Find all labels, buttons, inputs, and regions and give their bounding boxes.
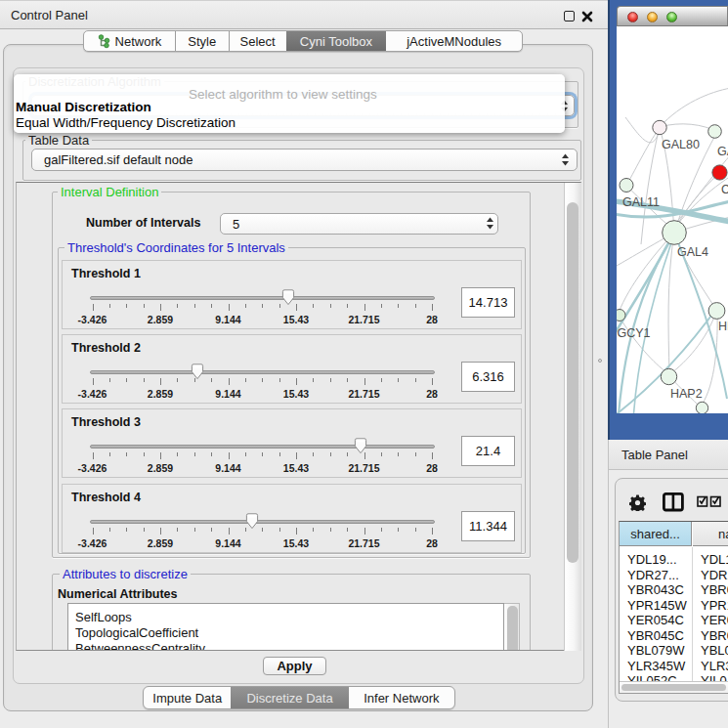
svg-text:GAL80: GAL80 <box>662 138 700 151</box>
svg-text:HI: HI <box>718 320 728 333</box>
svg-text:GCY1: GCY1 <box>618 326 651 340</box>
svg-text:GAL11: GAL11 <box>622 195 660 209</box>
svg-text:C: C <box>721 183 728 196</box>
svg-text:GA: GA <box>717 145 728 158</box>
svg-text:GAL4: GAL4 <box>677 245 708 259</box>
svg-text:HAP2: HAP2 <box>670 387 703 401</box>
